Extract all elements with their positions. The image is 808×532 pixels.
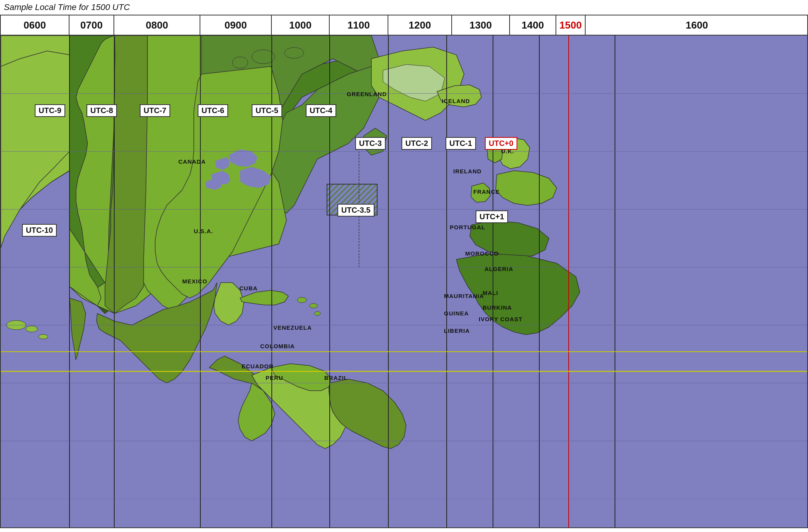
time-cell-1500: 1500 [556, 15, 586, 35]
utc-plus1-label: UTC+1 [476, 210, 508, 223]
time-cell-1100: 1100 [330, 15, 388, 35]
utc-9-label: UTC-9 [35, 104, 65, 117]
utc-7-label: UTC-7 [140, 104, 170, 117]
utc-4-label: UTC-4 [306, 104, 336, 117]
grid-h-5 [1, 325, 807, 325]
svg-point-4 [297, 297, 307, 303]
utc-8-label: UTC-8 [86, 104, 117, 117]
grid-h-7 [1, 441, 807, 441]
map-container: 0600070008000900100011001200130014001500… [0, 15, 808, 528]
svg-point-3 [39, 334, 48, 339]
time-cell-1600: 1600 [586, 15, 808, 35]
utc-2-label: UTC-2 [401, 137, 432, 150]
grid-h-2 [1, 151, 807, 152]
time-cell-1000: 1000 [272, 15, 330, 35]
equator-line [1, 351, 807, 352]
svg-point-6 [314, 312, 320, 315]
svg-point-2 [26, 326, 37, 332]
grid-h-6 [1, 383, 807, 383]
utc-1-label: UTC-1 [446, 137, 476, 150]
svg-point-8 [232, 57, 248, 68]
svg-point-10 [285, 47, 304, 58]
map-svg [1, 36, 808, 528]
time-cell-0600: 0600 [1, 15, 69, 35]
utc-0-label: UTC+0 [485, 137, 517, 150]
time-cell-1300: 1300 [452, 15, 510, 35]
time-cell-0900: 0900 [200, 15, 272, 35]
svg-point-5 [310, 303, 317, 308]
utc-6-label: UTC-6 [198, 104, 228, 117]
grid-h-4 [1, 267, 807, 268]
time-header: 0600070008000900100011001200130014001500… [1, 15, 807, 36]
page-title: Sample Local Time for 1500 UTC [0, 0, 808, 15]
time-cell-0800: 0800 [114, 15, 200, 35]
utc-5-label: UTC-5 [252, 104, 282, 117]
utc-3-label: UTC-3 [355, 137, 386, 150]
grid-h-1 [1, 93, 807, 94]
time-cell-0700: 0700 [69, 15, 114, 35]
time-cell-1200: 1200 [388, 15, 452, 35]
utc-35-label: UTC-3.5 [337, 204, 374, 217]
time-cell-1400: 1400 [510, 15, 556, 35]
utc-10-label: UTC-10 [22, 224, 57, 237]
grid-h-3 [1, 209, 807, 210]
